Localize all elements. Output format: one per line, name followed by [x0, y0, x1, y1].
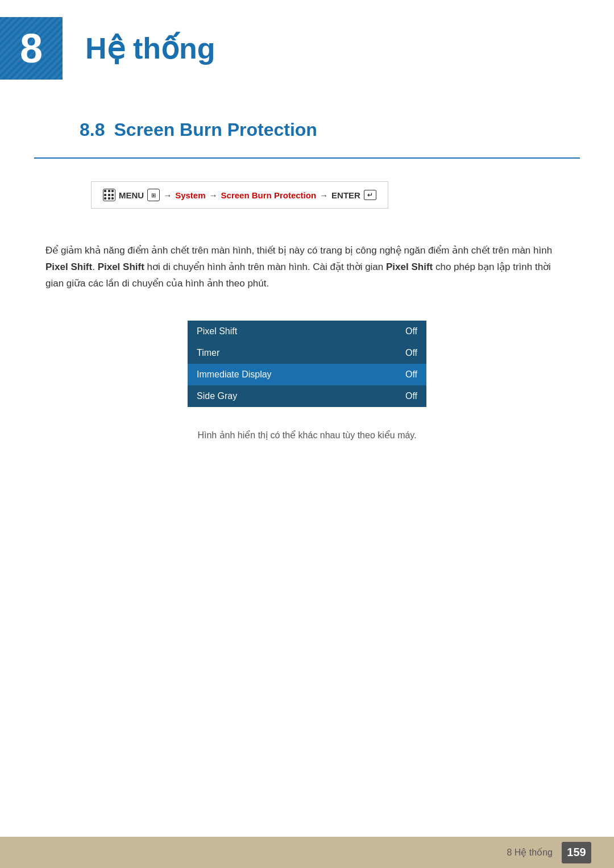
pixel-shift-ref-2: Pixel Shift	[98, 261, 144, 272]
menu-enter-label: ENTER	[331, 190, 360, 200]
menu-table: Pixel Shift Off Timer Off Immediate Disp…	[188, 321, 426, 407]
menu-system: System	[175, 190, 205, 200]
menu-grid-icon: ⊞	[147, 189, 160, 201]
body-text: Để giảm khả năng điểm ảnh chết trên màn …	[45, 243, 569, 292]
menu-item-value-immediate-display: Off	[368, 364, 426, 385]
menu-label: MENU	[119, 190, 144, 200]
menu-nav-wrapper: MENU ⊞ → System → Screen Burn Protection…	[45, 181, 569, 226]
table-row: Timer Off	[188, 342, 426, 364]
chapter-number: 8	[20, 28, 43, 69]
chapter-number-box: 8	[0, 17, 63, 80]
menu-item-label-side-gray: Side Gray	[188, 385, 368, 407]
menu-item-value-timer: Off	[368, 342, 426, 364]
arrow-2: →	[209, 190, 218, 200]
menu-table-container: Pixel Shift Off Timer Off Immediate Disp…	[188, 321, 426, 407]
chapter-header: 8 Hệ thống	[0, 0, 614, 91]
arrow-1: →	[163, 190, 172, 200]
menu-screen-burn: Screen Burn Protection	[221, 190, 317, 200]
menu-path: MENU ⊞ → System → Screen Burn Protection…	[91, 181, 388, 209]
page-footer: 8 Hệ thống 159	[0, 837, 614, 868]
pixel-shift-ref-3: Pixel Shift	[386, 261, 433, 272]
section-title: Screen Burn Protection	[114, 119, 317, 140]
chapter-title: Hệ thống	[85, 31, 215, 65]
enter-icon: ↵	[364, 190, 376, 200]
menu-item-value-pixel-shift: Off	[368, 321, 426, 342]
menu-item-label-pixel-shift: Pixel Shift	[188, 321, 368, 342]
page-number: 159	[562, 842, 591, 863]
table-row: Immediate Display Off	[188, 364, 426, 385]
body-connector: .	[92, 261, 97, 272]
pixel-shift-ref-1: Pixel Shift	[45, 261, 92, 272]
section-number: 8.8	[80, 119, 105, 140]
body-intro: Để giảm khả năng điểm ảnh chết trên màn …	[45, 245, 552, 256]
section-heading: 8.8Screen Burn Protection	[34, 108, 580, 159]
caption-text: Hình ảnh hiển thị có thể khác nhau tùy t…	[45, 430, 569, 441]
table-row: Pixel Shift Off	[188, 321, 426, 342]
menu-item-label-timer: Timer	[188, 342, 368, 364]
footer-chapter-text: 8 Hệ thống	[507, 847, 553, 858]
arrow-3: →	[320, 190, 328, 200]
grid-icon	[104, 190, 114, 200]
menu-item-value-side-gray: Off	[368, 385, 426, 407]
menu-item-label-immediate-display: Immediate Display	[188, 364, 368, 385]
table-row: Side Gray Off	[188, 385, 426, 407]
menu-settings-icon	[103, 189, 115, 201]
body-mid: hơi di chuyển hình ảnh trên màn hình. Cà…	[144, 261, 386, 272]
